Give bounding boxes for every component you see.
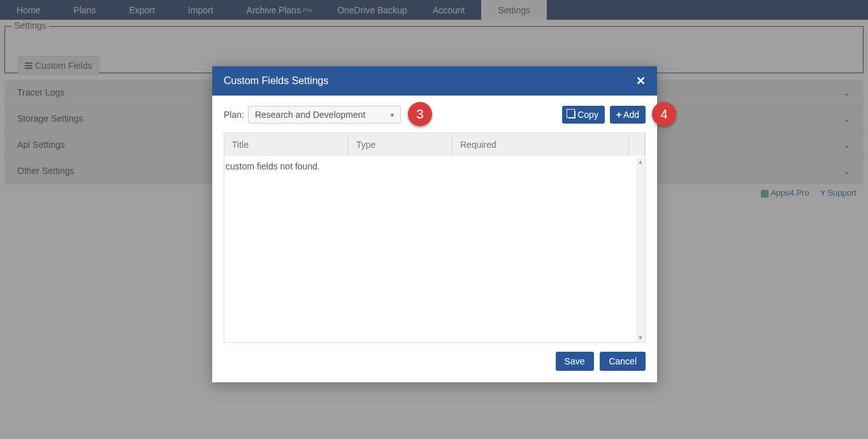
fields-grid: Title Type Required custom fields not fo… xyxy=(224,133,646,343)
custom-fields-modal: Custom Fields Settings ✕ Plan: Research … xyxy=(212,66,657,382)
col-title[interactable]: Title xyxy=(224,133,349,156)
scroll-down-icon[interactable]: ▼ xyxy=(636,333,645,342)
close-icon[interactable]: ✕ xyxy=(636,74,646,88)
grid-scrollbar[interactable]: ▲ ▼ xyxy=(636,157,645,342)
modal-header: Custom Fields Settings ✕ xyxy=(212,66,657,96)
copy-icon xyxy=(568,111,575,119)
annotation-4: 4 xyxy=(652,102,676,126)
plan-selected-value: Research and Development xyxy=(255,110,366,120)
plan-select[interactable]: Research and Development xyxy=(248,106,401,124)
copy-button[interactable]: Copy xyxy=(562,106,605,124)
grid-header: Title Type Required xyxy=(224,133,645,156)
col-actions xyxy=(629,133,645,156)
cancel-button[interactable]: Cancel xyxy=(600,352,646,371)
save-button[interactable]: Save xyxy=(556,352,594,371)
plan-label: Plan: xyxy=(224,110,244,120)
col-type[interactable]: Type xyxy=(349,133,452,156)
plus-icon: + xyxy=(616,110,621,120)
grid-empty-message: custom fields not found. xyxy=(224,156,645,171)
col-required[interactable]: Required xyxy=(452,133,629,156)
scroll-up-icon[interactable]: ▲ xyxy=(636,157,645,166)
add-button[interactable]: + Add xyxy=(610,106,646,124)
annotation-3: 3 xyxy=(408,102,432,126)
modal-title: Custom Fields Settings xyxy=(224,75,329,87)
